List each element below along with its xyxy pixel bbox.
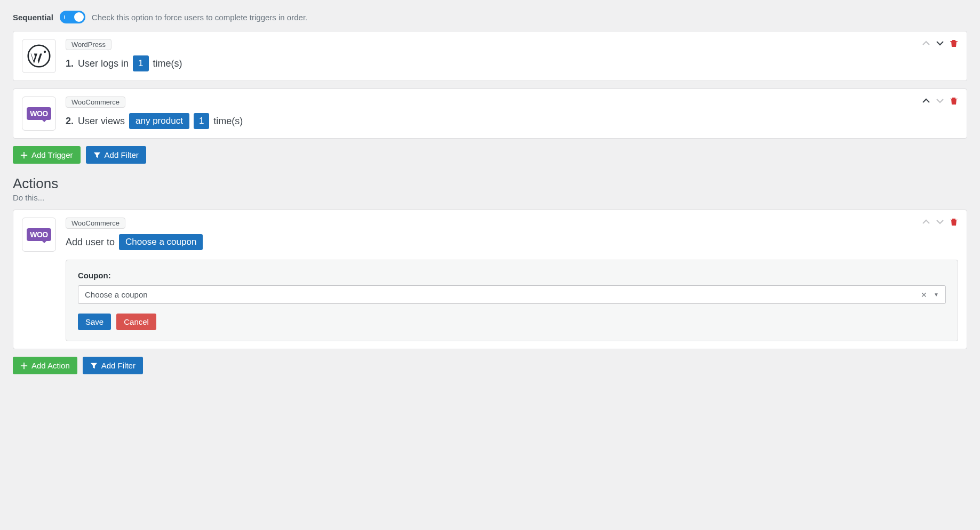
trigger-sentence: 2. User views any product 1 time(s) [66, 113, 958, 129]
trash-icon[interactable] [950, 97, 958, 105]
app-tag-woocommerce: WooCommerce [66, 218, 125, 229]
app-tag-wordpress: WordPress [66, 39, 111, 50]
trigger-post: time(s) [153, 58, 182, 69]
sequential-row: Sequential I Check this option to force … [13, 11, 967, 23]
action-button-row: Add Action Add Filter [13, 357, 967, 374]
add-trigger-button[interactable]: Add Trigger [13, 146, 81, 164]
trigger-card: WOO WooCommerce 2. User views any produc… [13, 89, 967, 139]
trigger-value[interactable]: any product [129, 113, 189, 129]
add-filter-label: Add Filter [101, 361, 136, 370]
add-action-button[interactable]: Add Action [13, 357, 77, 374]
move-down-icon [936, 97, 944, 105]
trigger-count[interactable]: 1 [194, 113, 209, 129]
add-trigger-label: Add Trigger [31, 150, 73, 159]
config-label: Coupon: [78, 271, 946, 280]
move-down-icon [936, 218, 944, 226]
move-up-icon [922, 39, 930, 47]
trigger-card: WordPress 1. User logs in 1 time(s) [13, 31, 967, 81]
sequential-help: Check this option to force users to comp… [92, 13, 307, 22]
svg-point-1 [44, 51, 46, 53]
add-filter-button[interactable]: Add Filter [86, 146, 146, 164]
trigger-value[interactable]: 1 [133, 55, 148, 71]
move-up-icon[interactable] [922, 97, 930, 105]
toggle-knob [74, 12, 84, 22]
actions-title: Actions [13, 175, 967, 192]
trigger-button-row: Add Trigger Add Filter [13, 146, 967, 164]
save-button[interactable]: Save [78, 314, 111, 330]
move-up-icon [922, 218, 930, 226]
sequential-toggle[interactable]: I [60, 11, 85, 23]
svg-point-0 [28, 45, 50, 67]
action-sentence: Add user to Choose a coupon [66, 234, 958, 250]
trigger-post: time(s) [213, 116, 243, 127]
config-panel: Coupon: Choose a coupon ✕ ▼ Save Cancel [66, 260, 958, 341]
select-placeholder: Choose a coupon [85, 290, 148, 299]
trigger-index: 1. [66, 58, 74, 69]
trigger-sentence: 1. User logs in 1 time(s) [66, 55, 958, 71]
wordpress-icon [22, 39, 56, 73]
actions-subtitle: Do this... [13, 193, 967, 202]
trigger-pre: User logs in [78, 58, 129, 69]
app-tag-woocommerce: WooCommerce [66, 97, 125, 108]
woocommerce-icon: WOO [22, 97, 56, 131]
trash-icon[interactable] [950, 218, 958, 226]
action-value[interactable]: Choose a coupon [119, 234, 203, 250]
add-action-label: Add Action [31, 361, 70, 370]
action-pre: Add user to [66, 237, 115, 248]
woocommerce-icon: WOO [22, 218, 56, 252]
chevron-down-icon: ▼ [934, 292, 939, 298]
trigger-index: 2. [66, 116, 74, 127]
sequential-label: Sequential [13, 13, 53, 22]
cancel-button[interactable]: Cancel [116, 314, 156, 330]
trigger-pre: User views [78, 116, 125, 127]
toggle-indicator: I [64, 14, 66, 20]
coupon-select[interactable]: Choose a coupon ✕ ▼ [78, 285, 946, 304]
move-down-icon[interactable] [936, 39, 944, 47]
trash-icon[interactable] [950, 39, 958, 47]
add-filter-button[interactable]: Add Filter [83, 357, 143, 374]
add-filter-label: Add Filter [105, 150, 139, 159]
clear-icon[interactable]: ✕ [921, 291, 927, 299]
action-card: WOO WooCommerce Add user to Choose a cou… [13, 210, 967, 349]
